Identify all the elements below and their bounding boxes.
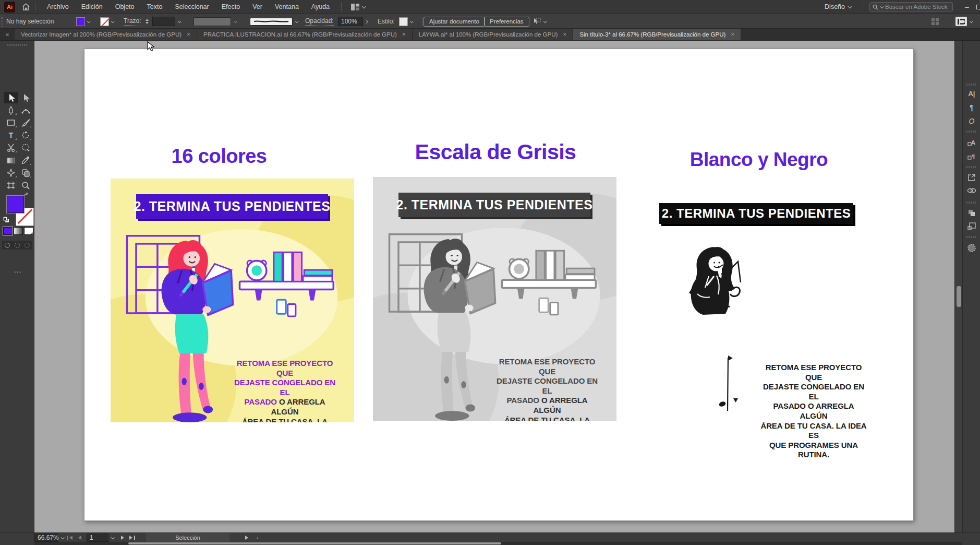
fill-indicator[interactable] (7, 196, 24, 213)
tab-close-icon[interactable]: × (563, 31, 566, 38)
pen-tool[interactable] (4, 104, 18, 116)
gradient-tool[interactable] (4, 155, 18, 166)
tab-vectorizar-imagen[interactable]: Vectorizar Imagen* al 200% (RGB/Previsua… (15, 29, 197, 40)
opentype-panel[interactable]: O (963, 117, 980, 125)
status-play-icon[interactable] (245, 533, 248, 542)
color-mode-gradient[interactable] (14, 227, 23, 235)
zoom-tool[interactable] (19, 180, 32, 191)
status-collapse-icon[interactable]: ‹ (257, 533, 259, 542)
previous-artboard-button[interactable] (78, 533, 81, 542)
artboards-panel[interactable] (963, 222, 980, 230)
stroke-width-dropdown[interactable] (152, 14, 183, 29)
tab-close-icon[interactable]: × (731, 31, 734, 38)
direct-selection-tool[interactable] (19, 92, 32, 103)
panel-grip[interactable] (7, 44, 27, 46)
horizontal-scrollbar[interactable] (34, 542, 962, 545)
stroke-none-swatch[interactable] (100, 17, 109, 26)
preferences-button[interactable]: Preferencias (484, 14, 529, 29)
type-tool[interactable]: T (4, 129, 18, 141)
vertical-scrollbar[interactable] (954, 41, 962, 532)
opacity-panel-arrow[interactable] (365, 14, 368, 29)
tab-laywa[interactable]: LAYWA.ai* al 100% (RGB/Previsualización … (413, 29, 574, 40)
home-icon[interactable] (22, 3, 30, 10)
card-black-white[interactable]: 2. TERMINA TUS PENDIENTES (634, 187, 926, 437)
tab-close-icon[interactable]: × (402, 31, 406, 38)
fit-document-button[interactable]: Ajustar documento (424, 14, 485, 29)
panel-grip[interactable] (963, 131, 980, 133)
export-panel[interactable] (963, 173, 980, 182)
swap-fill-stroke-icon[interactable] (23, 192, 30, 198)
tab-close-icon[interactable]: × (187, 31, 190, 38)
opacity-label[interactable]: Opacidad: (305, 14, 334, 29)
artboard-tool[interactable] (4, 180, 18, 191)
character-panel[interactable]: A| (963, 90, 980, 98)
paintbrush-tool[interactable] (19, 117, 32, 128)
heading-blanco-y-negro[interactable]: Blanco y Negro (690, 149, 828, 171)
rectangle-tool[interactable] (4, 117, 18, 128)
style-swatch[interactable] (399, 14, 413, 29)
menu-seleccionar[interactable]: Seleccionar (168, 0, 215, 14)
last-artboard-button[interactable] (129, 533, 135, 542)
character-styles-panel[interactable]: A (963, 139, 980, 147)
color-mode-color[interactable] (3, 227, 13, 235)
links-panel[interactable] (963, 188, 980, 193)
card-grayscale[interactable]: 2. TERMINA TUS PENDIENTES RETOMA ESE PRO… (373, 177, 616, 421)
minimize-icon[interactable]: – (961, 3, 973, 11)
card-color[interactable]: 2. TERMINA TUS PENDIENTES RETOMA ESE PRO… (111, 179, 354, 422)
menu-ventana[interactable]: Ventana (269, 0, 305, 14)
symbol-sprayer-tool[interactable] (19, 167, 32, 179)
horizontal-scrollbar-thumb[interactable] (128, 542, 501, 544)
menu-archivo[interactable]: Archivo (41, 0, 75, 14)
panel-grip[interactable] (963, 166, 980, 168)
artboard-number-dropdown[interactable]: 1 (87, 533, 116, 542)
arrange-documents-icon[interactable] (931, 14, 939, 29)
opacity-value[interactable]: 100% (338, 14, 363, 29)
brush-definition-dropdown[interactable] (250, 14, 300, 29)
workspace-switcher[interactable]: Diseño (825, 3, 851, 10)
layers-panel[interactable] (963, 209, 980, 217)
next-artboard-button[interactable] (121, 533, 124, 542)
paragraph-panel[interactable]: ¶ (963, 103, 980, 112)
menu-objeto[interactable]: Objeto (109, 0, 141, 14)
selection-tool[interactable] (4, 92, 18, 103)
menu-ayuda[interactable]: Ayuda (305, 0, 336, 14)
select-similar-icon[interactable] (532, 14, 546, 29)
adobe-stock-search[interactable]: Buscar en Adobe Stock (869, 2, 953, 11)
vertical-scrollbar-thumb[interactable] (957, 286, 961, 307)
fill-color-swatch[interactable] (76, 17, 85, 26)
illustrator-logo[interactable]: Ai (4, 2, 15, 13)
panel-grip[interactable] (963, 84, 980, 86)
first-artboard-button[interactable] (67, 533, 72, 542)
tab-sin-titulo-3[interactable]: Sin título-3* al 66.67% (RGB/Previsualiz… (573, 29, 741, 40)
attributes-panel[interactable] (963, 243, 980, 253)
panel-grip[interactable] (0, 14, 4, 29)
scissors-tool[interactable] (4, 142, 18, 153)
tab-practica-ilustracion[interactable]: PRACTICA ILUSTRACION.ai al 66.67% (RGB/P… (197, 29, 413, 40)
maximize-icon[interactable] (973, 3, 980, 11)
width-profile-dropdown[interactable] (193, 14, 238, 29)
drawing-modes[interactable] (2, 241, 32, 250)
canvas[interactable]: 16 colores Escala de Grisis Blanco y Neg… (34, 41, 962, 532)
status-indicator[interactable]: Selección (146, 533, 229, 542)
paragraph-styles-panel[interactable]: ¶ (963, 152, 980, 160)
shaper-tool[interactable] (19, 142, 32, 153)
menu-ver[interactable]: Ver (246, 0, 269, 14)
color-mode-none[interactable] (24, 227, 33, 235)
menu-efecto[interactable]: Efecto (215, 0, 246, 14)
free-transform-tool[interactable] (4, 167, 18, 179)
panel-grip[interactable] (963, 202, 980, 204)
heading-escala-de-grisis[interactable]: Escala de Grisis (415, 140, 576, 164)
curvature-tool[interactable] (19, 104, 32, 116)
heading-16-colores[interactable]: 16 colores (172, 145, 267, 168)
collapse-tabs-icon[interactable]: « (0, 29, 15, 40)
rotate-tool[interactable] (19, 129, 32, 141)
edit-toolbar-ellipsis-icon[interactable]: … (14, 265, 22, 274)
menu-edicion[interactable]: Edición (75, 0, 109, 14)
zoom-level-dropdown[interactable]: 66.67% (34, 533, 66, 542)
default-fill-stroke-icon[interactable] (3, 216, 10, 223)
workspace-grid-icon[interactable] (351, 4, 365, 10)
panel-toggle-icon[interactable] (955, 14, 972, 29)
panel-grip[interactable] (963, 236, 980, 238)
menu-texto[interactable]: Texto (141, 0, 169, 14)
stroke-swatch[interactable] (100, 14, 114, 29)
